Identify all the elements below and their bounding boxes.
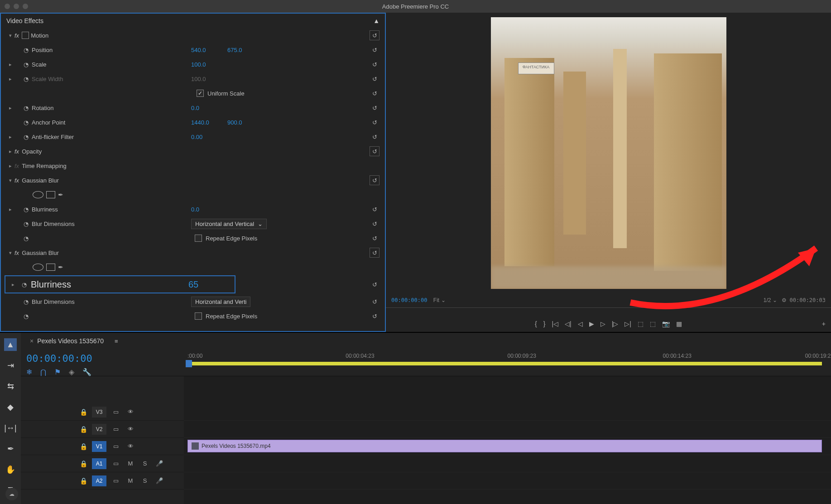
reset-uniform[interactable]: ↺ xyxy=(370,88,379,98)
stopwatch-icon[interactable]: ◔ xyxy=(23,235,29,241)
program-ruler[interactable] xyxy=(386,307,831,316)
selected-property-row[interactable]: ▸ ◔ Blurriness 65 ↺ xyxy=(5,275,235,293)
reset-blurdims1[interactable]: ↺ xyxy=(370,219,379,229)
sync-lock-icon[interactable]: ▭ xyxy=(111,477,121,484)
mask-rect-icon[interactable] xyxy=(46,264,55,271)
mask-rect-icon[interactable] xyxy=(46,191,55,198)
go-in-icon[interactable]: |◁ xyxy=(552,320,558,327)
reset-gblur1[interactable]: ↺ xyxy=(370,175,379,185)
play-icon[interactable]: ▶ xyxy=(589,320,594,327)
reset-antiflicker[interactable]: ↺ xyxy=(370,132,379,142)
mute-icon[interactable]: M xyxy=(125,460,135,467)
repeat-edge1-checkbox[interactable] xyxy=(195,235,202,242)
reset-blurriness2[interactable]: ↺ xyxy=(370,279,379,289)
zoom-dropdown[interactable]: 1/2 ⌄ xyxy=(764,297,777,303)
lock-icon[interactable]: 🔒 xyxy=(80,408,87,416)
effect-motion[interactable]: Motion xyxy=(31,32,48,39)
mark-out-icon[interactable]: } xyxy=(543,320,546,327)
stopwatch-icon[interactable]: ◔ xyxy=(23,313,29,319)
lock-icon[interactable]: 🔒 xyxy=(80,443,87,450)
anchor-x[interactable]: 1440.0 xyxy=(191,119,209,126)
reset-rotation[interactable]: ↺ xyxy=(370,103,379,113)
program-timecode[interactable]: 00:00:00:00 xyxy=(391,297,427,303)
reset-opacity[interactable]: ↺ xyxy=(370,146,379,156)
step-fwd-icon[interactable]: |▷ xyxy=(612,320,619,327)
track-a2[interactable]: A2 xyxy=(92,475,106,486)
expand-gblur1[interactable]: ▾ xyxy=(6,178,14,183)
position-x[interactable]: 540.0 xyxy=(191,47,206,53)
expand-motion[interactable]: ▾ xyxy=(6,33,14,38)
fx-badge[interactable]: fx xyxy=(14,177,19,184)
next-frame-icon[interactable]: ▷ xyxy=(600,320,605,327)
mask-ellipse-icon[interactable] xyxy=(33,191,43,198)
sync-lock-icon[interactable]: ▭ xyxy=(111,443,121,450)
mask-pen-icon[interactable]: ✒ xyxy=(58,264,63,271)
expand-gblur2[interactable]: ▾ xyxy=(6,250,14,256)
stopwatch-icon[interactable]: ◔ xyxy=(23,298,29,305)
reset-blurdims2[interactable]: ↺ xyxy=(370,297,379,307)
mask-ellipse-icon[interactable] xyxy=(33,264,43,271)
track-v2[interactable]: V2 xyxy=(92,424,106,435)
stopwatch-icon[interactable]: ◔ xyxy=(23,47,29,53)
repeat-edge2-checkbox[interactable] xyxy=(195,312,202,320)
effect-gblur1[interactable]: Gaussian Blur xyxy=(22,177,59,184)
magnet-icon[interactable]: ⋂ xyxy=(40,368,46,376)
comparison-icon[interactable]: ▦ xyxy=(676,320,682,327)
fit-dropdown[interactable]: Fit ⌄ xyxy=(433,297,446,303)
expand-blurriness2[interactable]: ▸ xyxy=(9,282,17,288)
effect-time-remap[interactable]: Time Remapping xyxy=(22,163,67,169)
stopwatch-icon[interactable]: ◔ xyxy=(23,221,29,227)
expand-blurriness1[interactable]: ▸ xyxy=(6,206,14,212)
go-out-icon[interactable]: ▷| xyxy=(624,320,631,327)
lift-icon[interactable]: ⬚ xyxy=(638,320,644,327)
reset-scale[interactable]: ↺ xyxy=(370,59,379,69)
settings-icon[interactable]: ⚙ xyxy=(782,297,787,303)
mute-icon[interactable]: M xyxy=(125,477,135,484)
track-v1[interactable]: V1 xyxy=(92,441,106,452)
lock-icon[interactable]: 🔒 xyxy=(80,426,87,433)
video-clip[interactable]: Pexels Videos 1535670.mp4 xyxy=(187,440,822,452)
position-y[interactable]: 675.0 xyxy=(227,47,242,53)
rotation-value[interactable]: 0.0 xyxy=(191,105,199,111)
fx-badge[interactable]: fx xyxy=(14,32,19,39)
reset-gblur2[interactable]: ↺ xyxy=(370,248,379,258)
stopwatch-icon[interactable]: ◔ xyxy=(23,119,29,125)
sequence-tab[interactable]: Pexels Videos 1535670 xyxy=(26,336,107,346)
export-frame-icon[interactable]: 📷 xyxy=(662,320,670,327)
reset-anchor[interactable]: ↺ xyxy=(370,117,379,127)
button-editor-icon[interactable]: + xyxy=(822,320,826,327)
blurdims2-dropdown[interactable]: Horizontal and Verti xyxy=(191,297,250,307)
toggle-output-icon[interactable]: 👁 xyxy=(125,443,135,450)
reset-position[interactable]: ↺ xyxy=(370,45,379,55)
ripple-tool[interactable]: ⇆ xyxy=(4,380,17,393)
track-v3[interactable]: V3 xyxy=(92,407,106,418)
reset-repeat2[interactable]: ↺ xyxy=(370,311,379,321)
expand-rotation[interactable]: ▸ xyxy=(6,105,14,111)
lock-icon[interactable]: 🔒 xyxy=(80,477,87,485)
blurdims1-dropdown[interactable]: Horizontal and Vertical ⌄ xyxy=(191,219,267,229)
prev-frame-icon[interactable]: ◁ xyxy=(578,320,583,327)
anchor-y[interactable]: 900.0 xyxy=(227,119,242,126)
solo-icon[interactable]: S xyxy=(140,477,150,484)
panel-menu-icon[interactable]: ▲ xyxy=(373,17,379,24)
marker-icon[interactable]: ◈ xyxy=(69,368,74,376)
reset-scale-width[interactable]: ↺ xyxy=(370,74,379,84)
pen-tool[interactable]: ✒ xyxy=(4,442,17,455)
sync-lock-icon[interactable]: ▭ xyxy=(111,426,121,432)
window-controls[interactable] xyxy=(5,4,28,9)
effect-opacity[interactable]: Opacity xyxy=(22,148,42,155)
voice-icon[interactable]: 🎤 xyxy=(154,477,164,484)
sync-lock-icon[interactable]: ▭ xyxy=(111,460,121,467)
scale-value[interactable]: 100.0 xyxy=(191,61,206,68)
settings-icon[interactable]: 🔧 xyxy=(82,368,91,376)
stopwatch-icon[interactable]: ◔ xyxy=(23,134,29,140)
mark-in-icon[interactable]: { xyxy=(535,320,537,327)
work-area-bar[interactable] xyxy=(187,362,822,365)
stopwatch-icon[interactable]: ◔ xyxy=(23,105,29,111)
track-select-tool[interactable]: ⇥ xyxy=(4,359,17,372)
mask-pen-icon[interactable]: ✒ xyxy=(58,191,63,198)
timeline-ruler[interactable]: :00:00 00:00:04:23 00:00:09:23 00:00:14:… xyxy=(184,349,831,376)
lock-icon[interactable]: 🔒 xyxy=(80,460,87,467)
uniform-scale-checkbox[interactable] xyxy=(197,90,204,97)
expand-time-remap[interactable]: ▸ xyxy=(6,163,14,169)
